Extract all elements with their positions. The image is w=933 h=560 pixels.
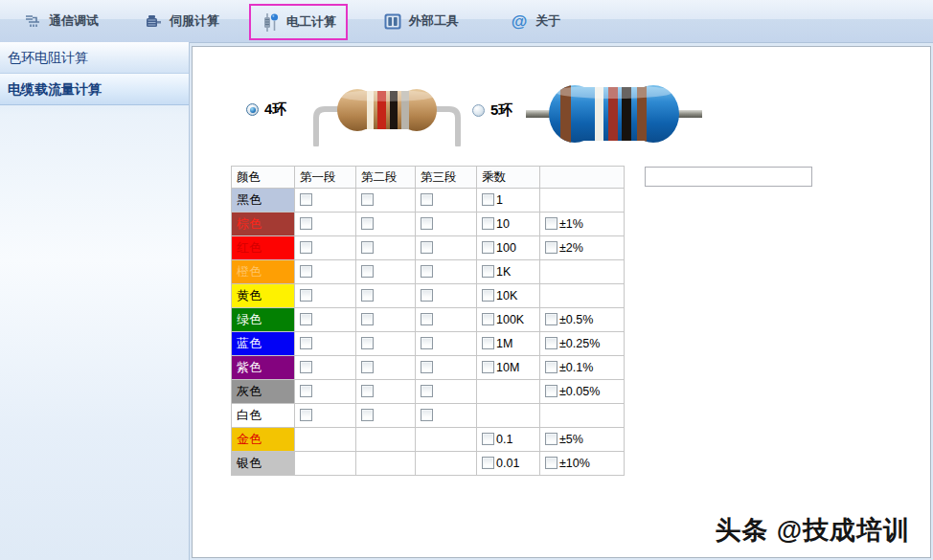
band1-checkbox[interactable] [300,265,312,278]
multiplier-checkbox[interactable] [482,313,494,325]
band1-checkbox[interactable] [300,217,312,230]
radio-4-band[interactable] [246,103,259,116]
table-header-row: 颜色第一段第二段第三段乘数 [232,167,625,189]
tolerance-checkbox[interactable] [545,241,558,254]
sidebar-item-cable-ampacity[interactable]: 电缆载流量计算 [0,74,189,105]
band2-cell [356,404,416,428]
tolerance-checkbox[interactable] [545,385,558,397]
multiplier-checkbox[interactable] [482,265,494,278]
multiplier-cell: 1M [477,332,540,356]
color-cell[interactable]: 黑色 [232,189,295,213]
band1-checkbox[interactable] [300,385,312,397]
toolbar-item-external-tools[interactable]: 外部工具 [379,6,463,36]
tolerance-checkbox[interactable] [545,337,558,349]
band1-checkbox[interactable] [300,361,312,373]
table-row: 蓝色1M±0.25% [232,332,625,356]
tolerance-checkbox[interactable] [545,313,558,325]
multiplier-checkbox[interactable] [482,217,494,230]
tolerance-cell: ±10% [540,452,625,476]
color-cell[interactable]: 黄色 [232,284,295,308]
tolerance-cell: ±2% [540,236,625,260]
tolerance-checkbox[interactable] [545,361,558,373]
toolbar-item-label: 外部工具 [409,12,459,30]
column-header: 第二段 [356,167,416,189]
toolbar-item-about[interactable]: @ 关于 [506,6,564,36]
sidebar-item-label: 电缆载流量计算 [8,81,102,97]
toolbar-item-comm-debug[interactable]: 通信调试 [19,6,102,36]
cell-value: ±0.25% [559,337,600,350]
cell-value: ±10% [559,457,590,470]
column-header: 乘数 [477,167,540,189]
result-input[interactable] [645,167,812,187]
multiplier-cell: 1 [477,189,540,213]
band2-checkbox[interactable] [361,337,374,349]
band3-checkbox[interactable] [421,313,433,325]
about-icon: @ [510,11,529,31]
multiplier-checkbox[interactable] [482,457,494,469]
band2-checkbox[interactable] [361,409,374,421]
color-cell[interactable]: 绿色 [232,308,295,332]
cell-value: 1 [496,193,503,207]
band1-cell [295,380,356,404]
color-cell[interactable]: 棕色 [232,213,295,236]
tolerance-cell: ±0.1% [540,356,625,380]
color-cell[interactable]: 红色 [232,236,295,260]
band2-checkbox[interactable] [361,265,374,278]
multiplier-checkbox[interactable] [482,361,494,373]
color-cell[interactable]: 蓝色 [232,332,295,356]
table-row: 紫色10M±0.1% [232,356,625,380]
resistor-4-band-image [302,81,472,146]
band1-checkbox[interactable] [300,193,312,206]
band2-cell [356,236,416,260]
band2-checkbox[interactable] [361,241,374,254]
band2-cell [356,380,416,404]
band3-checkbox[interactable] [421,265,433,278]
band1-checkbox[interactable] [300,337,312,349]
band3-checkbox[interactable] [421,217,433,230]
band3-checkbox[interactable] [421,241,433,254]
toolbar-item-electric-calc[interactable]: 电工计算 [249,4,348,40]
band2-checkbox[interactable] [361,313,374,325]
band3-checkbox[interactable] [421,385,433,397]
color-cell[interactable]: 金色 [232,428,295,452]
tolerance-cell: ±0.05% [540,380,625,404]
band3-checkbox[interactable] [421,289,433,302]
color-cell[interactable]: 紫色 [232,356,295,380]
radio-5-band[interactable] [472,104,485,117]
table-row: 橙色1K [232,260,625,284]
band2-checkbox[interactable] [361,217,374,230]
multiplier-checkbox[interactable] [482,289,494,302]
tolerance-checkbox[interactable] [545,217,558,230]
color-cell[interactable]: 灰色 [232,380,295,404]
sidebar-item-color-ring-resistor[interactable]: 色环电阻计算 [0,42,189,74]
band1-checkbox[interactable] [300,289,312,302]
band1-checkbox[interactable] [300,241,312,254]
tolerance-cell [540,404,625,428]
cell-value: 10M [496,361,519,374]
band3-checkbox[interactable] [421,337,433,349]
band3-checkbox[interactable] [421,193,433,206]
band3-checkbox[interactable] [421,361,433,373]
multiplier-checkbox[interactable] [482,433,494,445]
multiplier-checkbox[interactable] [482,193,494,206]
band3-cell [416,356,477,380]
multiplier-checkbox[interactable] [482,337,494,349]
band1-checkbox[interactable] [300,409,312,421]
band3-checkbox[interactable] [421,409,433,421]
band2-checkbox[interactable] [361,385,374,397]
multiplier-checkbox[interactable] [482,241,494,254]
multiplier-cell: 100 [477,236,540,260]
tolerance-checkbox[interactable] [545,457,558,469]
band3-cell [416,284,477,308]
band1-checkbox[interactable] [300,313,312,325]
band2-checkbox[interactable] [361,193,374,206]
tolerance-checkbox[interactable] [545,433,558,445]
band1-cell [295,404,356,428]
band2-checkbox[interactable] [361,361,374,373]
color-cell[interactable]: 银色 [232,452,295,476]
color-cell[interactable]: 白色 [232,404,295,428]
toolbar-item-servo-calc[interactable]: 伺服计算 [140,6,223,36]
color-cell[interactable]: 橙色 [232,260,295,284]
tolerance-cell [540,260,625,284]
band2-checkbox[interactable] [361,289,374,302]
